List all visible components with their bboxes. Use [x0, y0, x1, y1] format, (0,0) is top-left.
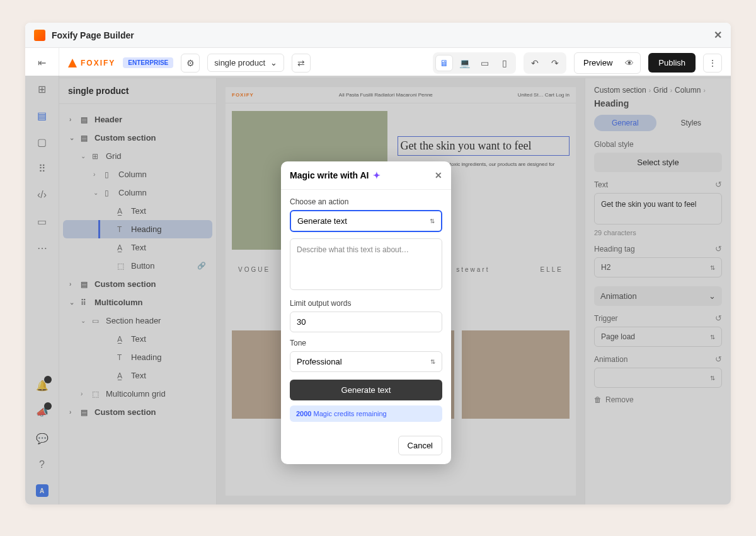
tier-badge: ENTERPRISE	[123, 57, 173, 68]
top-toolbar: FOXIFY ENTERPRISE ⚙ single product⌄ ⇄ 🖥 …	[59, 48, 731, 78]
foxify-mark-icon	[68, 59, 77, 67]
app-logo-icon	[34, 30, 45, 41]
toolbar-more-button[interactable]: ⋮	[703, 54, 722, 73]
redo-button[interactable]: ↷	[546, 55, 564, 71]
publish-button[interactable]: Publish	[648, 53, 696, 73]
preview-button[interactable]: Preview	[577, 57, 619, 69]
window-titlebar: Foxify Page Builder ✕	[25, 23, 731, 48]
window-close-button[interactable]: ✕	[714, 29, 722, 41]
device-preview-group: 🖥 💻 ▭ ▯	[433, 52, 516, 74]
modal-title: Magic write with AI	[290, 170, 369, 180]
word-limit-input[interactable]	[290, 312, 442, 332]
laptop-device-button[interactable]: 💻	[455, 55, 473, 71]
limit-label: Limit output words	[290, 299, 442, 308]
description-input[interactable]	[290, 238, 442, 290]
sparkle-icon: ✦	[373, 170, 381, 180]
mobile-device-button[interactable]: ▯	[496, 55, 513, 71]
desktop-device-button[interactable]: 🖥	[435, 55, 453, 71]
window-title: Foxify Page Builder	[52, 30, 134, 40]
credits-banner: 2000 Magic credits remaining	[290, 405, 442, 422]
generate-text-button[interactable]: Generate text	[290, 380, 442, 400]
undo-button[interactable]: ↶	[526, 55, 544, 71]
chevron-down-icon: ⌄	[270, 58, 277, 67]
history-group: ↶ ↷	[524, 52, 566, 74]
page-select-dropdown[interactable]: single product⌄	[207, 54, 284, 72]
action-select[interactable]: Generate text⇅	[290, 210, 442, 232]
modal-close-button[interactable]: ✕	[435, 170, 442, 180]
tablet-device-button[interactable]: ▭	[476, 55, 493, 71]
select-arrows-icon: ⇅	[430, 219, 435, 223]
select-arrows-icon: ⇅	[430, 360, 435, 363]
preview-eye-icon[interactable]: 👁	[621, 55, 638, 71]
preview-group: Preview 👁	[574, 52, 641, 74]
action-label: Choose an action	[290, 197, 442, 206]
exit-icon[interactable]: ⇤	[35, 55, 49, 69]
swap-button[interactable]: ⇄	[292, 54, 311, 73]
tone-label: Tone	[290, 339, 442, 347]
magic-write-modal: Magic write with AI ✦ ✕ Choose an action…	[281, 161, 451, 464]
tone-select[interactable]: Professional⇅	[290, 351, 442, 372]
brand-logo: FOXIFY	[68, 59, 115, 67]
settings-gear-button[interactable]: ⚙	[181, 54, 200, 73]
cancel-button[interactable]: Cancel	[398, 436, 442, 455]
